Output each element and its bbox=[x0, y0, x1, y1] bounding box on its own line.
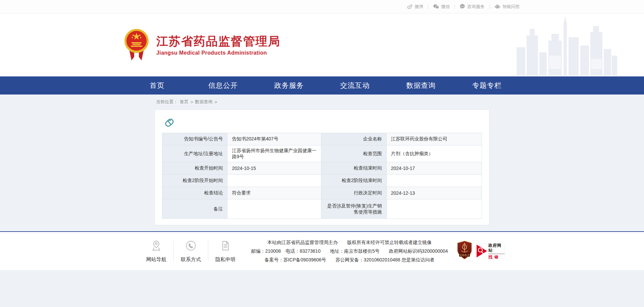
footer-line-registration: 备案号：苏ICP备09039606号 苏公网安备：32010602010488 … bbox=[251, 255, 448, 264]
table-row: 生产地址/注册地址 江苏省扬州市扬州生物健康产业园健康一路9号 检查范围 片剂（… bbox=[162, 145, 482, 162]
topbar-label: 咨询服务 bbox=[467, 4, 485, 10]
party-gov-badge[interactable]: 党政机关 bbox=[457, 241, 473, 261]
topbar-label: 智能问答 bbox=[502, 4, 520, 10]
footer-links: 网站导航 联系方式 bbox=[139, 239, 243, 263]
footer-link-label: 联系方式 bbox=[181, 256, 201, 263]
topbar-divider bbox=[428, 4, 428, 9]
field-label-address: 生产地址/注册地址 bbox=[162, 145, 227, 162]
field-value-end-date: 2024-10-17 bbox=[386, 162, 482, 175]
topbar-label: 微信 bbox=[441, 4, 450, 10]
topbar-label: 微博 bbox=[415, 4, 423, 10]
table-row: 备注 是否涉及暂停(恢复)生产销售使用等措施 bbox=[162, 199, 482, 219]
field-label-start-date: 检查开始时间 bbox=[162, 162, 227, 175]
magnifier-flag-icon bbox=[476, 244, 488, 258]
wechat-icon bbox=[433, 4, 439, 9]
city-skyline-decoration bbox=[517, 15, 617, 76]
breadcrumb-link-data-query[interactable]: 数据查询 bbox=[195, 99, 213, 105]
field-value-phase2-start bbox=[227, 175, 321, 187]
table-row: 检查开始时间 2024-10-15 检查结束时间 2024-10-17 bbox=[162, 162, 482, 175]
table-row: 告知书编号/公告号 告知书2024年第407号 企业名称 江苏联环药业股份有限公… bbox=[162, 133, 482, 145]
footer-link-label: 隐私申明 bbox=[215, 256, 235, 263]
site-header: 江苏省药品监督管理局 Jiangsu Medical Products Admi… bbox=[0, 13, 644, 76]
pill-icon bbox=[164, 117, 482, 129]
breadcrumb-label: 当前位置： bbox=[156, 99, 178, 105]
main-nav: 首页 信息公开 政务服务 交流互动 数据查询 专题专栏 bbox=[0, 76, 644, 95]
page: 微博 微信 咨询服务 bbox=[0, 0, 644, 307]
robot-icon bbox=[494, 4, 500, 9]
field-label-end-date: 检查结束时间 bbox=[321, 162, 386, 175]
field-label-company-name: 企业名称 bbox=[321, 133, 386, 145]
weibo-link[interactable]: 微博 bbox=[407, 4, 423, 10]
breadcrumb-separator: > bbox=[215, 100, 217, 105]
footer-line-contact: 邮编：210008 电话：83273610 地址：南京市鼓楼街5号 政府网站标识… bbox=[251, 247, 448, 255]
phone-icon bbox=[184, 239, 197, 253]
footer-link-site-map[interactable]: 网站导航 bbox=[139, 239, 173, 263]
national-emblem-logo bbox=[124, 28, 149, 62]
nav-item-home[interactable]: 首页 bbox=[124, 76, 190, 95]
gov-site-find-error-badge[interactable]: 政府网站 找错 bbox=[476, 244, 505, 258]
inspection-record-table: 告知书编号/公告号 告知书2024年第407号 企业名称 江苏联环药业股份有限公… bbox=[162, 133, 482, 219]
smart-qa-link[interactable]: 智能问答 bbox=[494, 4, 520, 10]
topbar-divider bbox=[454, 4, 455, 9]
field-label-phase2-start: 检查2阶段开始时间 bbox=[162, 175, 227, 187]
inspection-record-card: 告知书编号/公告号 告知书2024年第407号 企业名称 江苏联环药业股份有限公… bbox=[155, 110, 489, 225]
table-row: 检查结论 符合要求 行政决定时间 2024-12-13 bbox=[162, 187, 482, 199]
breadcrumb-separator: > bbox=[191, 100, 193, 105]
site-title-block: 江苏省药品监督管理局 Jiangsu Medical Products Admi… bbox=[156, 34, 280, 56]
field-label-inspection-scope: 检查范围 bbox=[321, 145, 386, 162]
table-row: 检查2阶段开始时间 检查2阶段结束时间 bbox=[162, 175, 482, 187]
find-error-badge-line1: 政府网站 bbox=[488, 243, 504, 253]
nav-item-special-topics[interactable]: 专题专栏 bbox=[454, 76, 520, 95]
field-value-inspection-scope: 片剂（含抗肿瘤类） bbox=[386, 145, 482, 162]
field-label-notice-number: 告知书编号/公告号 bbox=[162, 133, 227, 145]
document-icon bbox=[219, 239, 232, 253]
field-value-company-name: 江苏联环药业股份有限公司 bbox=[386, 133, 482, 145]
field-value-decision-date: 2024-12-13 bbox=[386, 187, 482, 199]
field-value-conclusion: 符合要求 bbox=[227, 187, 321, 199]
field-value-notice-number: 告知书2024年第407号 bbox=[227, 133, 321, 145]
footer: 网站导航 联系方式 bbox=[0, 232, 644, 270]
footer-line-copyright: 本站由江苏省药品监督管理局主办 版权所有未经许可禁止转载或者建立镜像 bbox=[251, 238, 448, 247]
field-value-start-date: 2024-10-15 bbox=[227, 162, 321, 175]
breadcrumb: 当前位置： 首页 > 数据查询 > bbox=[124, 95, 520, 108]
topbar: 微博 微信 咨询服务 bbox=[0, 0, 644, 13]
site-title: 江苏省药品监督管理局 bbox=[156, 34, 280, 49]
field-label-conclusion: 检查结论 bbox=[162, 187, 227, 199]
field-label-suspension-measures: 是否涉及暂停(恢复)生产销售使用等措施 bbox=[321, 199, 386, 219]
field-value-suspension-measures bbox=[386, 199, 482, 219]
footer-link-contact[interactable]: 联系方式 bbox=[174, 239, 208, 263]
breadcrumb-link-home[interactable]: 首页 bbox=[180, 99, 189, 105]
footer-link-privacy[interactable]: 隐私申明 bbox=[208, 239, 243, 263]
field-value-remarks bbox=[227, 199, 321, 219]
party-gov-badge-label: 党政机关 bbox=[460, 254, 470, 257]
nav-item-data-query[interactable]: 数据查询 bbox=[388, 76, 454, 95]
field-value-phase2-end bbox=[386, 175, 482, 187]
field-label-decision-date: 行政决定时间 bbox=[321, 187, 386, 199]
topbar-divider bbox=[489, 4, 490, 9]
consult-service-link[interactable]: 咨询服务 bbox=[460, 4, 485, 10]
footer-badges: 党政机关 政府网站 找错 bbox=[457, 241, 505, 261]
footer-info: 本站由江苏省药品监督管理局主办 版权所有未经许可禁止转载或者建立镜像 邮编：21… bbox=[251, 238, 448, 264]
nav-item-info-disclosure[interactable]: 信息公开 bbox=[190, 76, 256, 95]
chat-bubble-icon bbox=[460, 4, 465, 9]
nav-item-interaction[interactable]: 交流互动 bbox=[322, 76, 388, 95]
wechat-link[interactable]: 微信 bbox=[433, 4, 450, 10]
field-label-phase2-end: 检查2阶段结束时间 bbox=[321, 175, 386, 187]
main-content: 当前位置： 首页 > 数据查询 > 告知书编号/公告号 bbox=[0, 95, 644, 231]
nav-item-gov-services[interactable]: 政务服务 bbox=[256, 76, 322, 95]
map-pin-icon bbox=[150, 239, 163, 253]
footer-link-label: 网站导航 bbox=[146, 256, 166, 263]
field-label-remarks: 备注 bbox=[162, 199, 227, 219]
site-subtitle: Jiangsu Medical Products Administration bbox=[156, 50, 280, 56]
weibo-icon bbox=[407, 4, 413, 9]
find-error-badge-line2: 找错 bbox=[488, 254, 504, 259]
field-value-address: 江苏省扬州市扬州生物健康产业园健康一路9号 bbox=[227, 145, 321, 162]
sub-footer-spacer bbox=[0, 270, 644, 307]
